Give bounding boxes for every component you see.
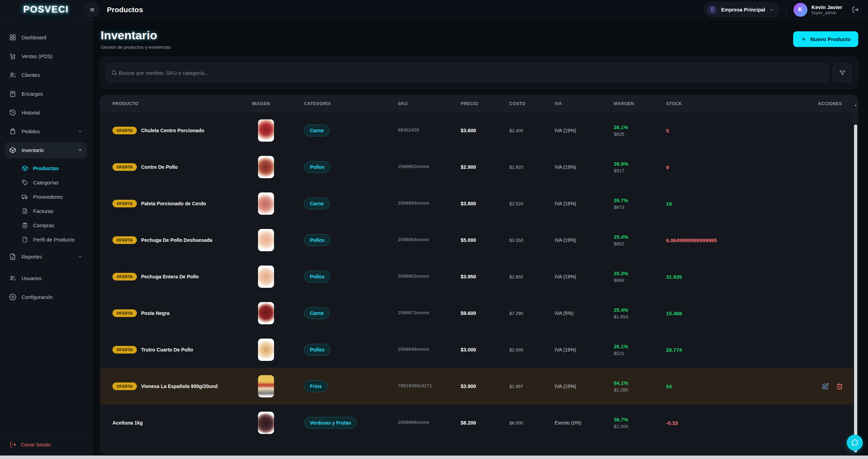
margin-percent: 25.4% [614, 234, 666, 240]
sidebar-subitem-productos[interactable]: Productos [17, 161, 87, 175]
page-header: Inventario Gestión de productos y existe… [101, 29, 858, 50]
topbar: Productos Empresa Principal K Kevin Javi… [92, 0, 868, 19]
main-area: Productos Empresa Principal K Kevin Javi… [92, 0, 868, 456]
table-row[interactable]: OFERTAVienesa La Española 900g/20und Fri… [100, 368, 858, 404]
stock-value: 19 [666, 201, 805, 207]
edit-product-button[interactable] [822, 383, 829, 390]
chat-bubble-icon [851, 439, 859, 446]
filter-button[interactable] [833, 63, 852, 82]
oferta-badge: OFERTA [112, 127, 137, 134]
product-image [258, 266, 274, 288]
delete-product-button[interactable] [836, 383, 843, 390]
sidebar-subitem-categorias[interactable]: Categorías [17, 176, 87, 189]
row-actions [805, 383, 851, 390]
product-price: $3.900 [461, 383, 509, 389]
sidebar-item-reportes[interactable]: Reportes [5, 248, 87, 265]
logo-area: POSVECI [0, 0, 92, 19]
sidebar-item-configuracion[interactable]: Configuración [5, 289, 87, 305]
table-row[interactable]: OFERTATrutro Cuarto De Pollo Pollos 2500… [100, 331, 858, 368]
avatar: K [793, 3, 807, 17]
margin-value: $625 [614, 132, 666, 137]
table-row[interactable]: Aceituna 1kg Verduras y Frutas 2500008nn… [100, 404, 858, 441]
sidebar-item-clientes[interactable]: Clientes [5, 67, 87, 83]
user-name: Kevin Javier [812, 4, 842, 10]
logout-button[interactable]: Cerrar Sesión [10, 441, 82, 448]
column-header-imagen: IMAGEN [252, 101, 304, 106]
sidebar-item-label: Clientes [22, 72, 40, 78]
margin-percent: 26.9% [614, 161, 666, 167]
product-image [258, 375, 274, 397]
table-row[interactable]: OFERTAPaleta Porcionado de Cerdo Carne 2… [100, 185, 858, 222]
table-row[interactable]: OFERTAPechuga De Pollo Deshuesada Pollos… [100, 222, 858, 258]
company-selector[interactable]: Empresa Principal [705, 2, 779, 17]
sidebar-subitem-facturas[interactable]: Facturas [17, 204, 87, 218]
category-badge: Carne [304, 198, 330, 209]
sidebar-item-label: Inventario [22, 148, 44, 153]
product-name: Paleta Porcionado de Cerdo [141, 201, 206, 206]
oferta-badge: OFERTA [112, 236, 137, 244]
table-row[interactable]: OFERTAChuleta Centro Porcionado Carne 68… [100, 112, 858, 149]
new-product-button[interactable]: Nuevo Producto [793, 31, 858, 47]
product-price: $3.800 [461, 201, 509, 206]
table-row[interactable]: OFERTAContre De Pollo Pollos 2500062nnnn… [100, 149, 858, 185]
sidebar-subitem-perfil-de-producto[interactable]: Perfil de Producto [17, 233, 87, 246]
chevron-down-icon [769, 7, 774, 12]
sidebar-item-label: Configuración [22, 294, 53, 300]
package-icon [9, 147, 16, 154]
table-row[interactable]: OFERTAPosta Negra Carne 2500073nnnnn $9.… [100, 295, 858, 331]
margin-value: $2.200 [614, 424, 666, 429]
header-logout-button[interactable] [852, 6, 859, 13]
scrollbar-thumb[interactable] [854, 125, 857, 452]
product-image [258, 156, 274, 178]
table-row[interactable]: OFERTAPechuga Entera De Pollo Pollos 250… [100, 258, 858, 295]
scrollbar-up-arrow-icon[interactable]: ▲ [853, 104, 858, 107]
stock-value: 9 [666, 164, 805, 170]
sidebar-item-ventas[interactable]: Ventas (POS) [5, 48, 87, 64]
user-menu[interactable]: K Kevin Javier Super_admin [793, 3, 842, 17]
product-price: $9.600 [461, 310, 509, 316]
sidebar-item-encargos[interactable]: Encargos [5, 86, 87, 102]
plus-icon [801, 36, 807, 42]
search-input[interactable] [107, 63, 828, 82]
chat-button[interactable] [847, 435, 863, 451]
sidebar-item-inventario[interactable]: Inventario [5, 142, 87, 158]
trash-icon [836, 383, 843, 390]
product-price: $5.000 [461, 237, 509, 243]
product-image [258, 302, 274, 324]
product-iva: IVA (19%) [555, 128, 614, 133]
stock-value: 15.468 [666, 310, 805, 316]
sidebar-item-pedidos[interactable]: Pedidos [5, 123, 87, 140]
logout-icon [10, 441, 16, 448]
product-cost: $2.000 [509, 347, 555, 353]
sidebar-item-historial[interactable]: Historial [5, 104, 87, 121]
margin-percent: 26.1% [614, 344, 666, 349]
oferta-badge: OFERTA [112, 163, 137, 171]
column-header-sku: SKU [398, 101, 461, 106]
user-info: Kevin Javier Super_admin [812, 4, 842, 15]
sidebar-subitem-proveedores[interactable]: Proveedores [17, 190, 87, 204]
sidebar-subitem-label: Facturas [33, 208, 53, 214]
table-scrollbar[interactable]: ▲ [853, 95, 858, 454]
column-header-acciones: ACCIONES [805, 101, 851, 106]
sidebar-toggle-button[interactable] [85, 2, 100, 17]
product-sku: 7801930014272 [398, 384, 461, 389]
oferta-badge: OFERTA [112, 309, 137, 317]
product-iva: IVA (19%) [555, 201, 614, 206]
user-role: Super_admin [812, 10, 842, 15]
sidebar: POSVECI Dashboard Ventas (POS) Clientes … [0, 0, 92, 456]
oferta-badge: OFERTA [112, 346, 137, 354]
sidebar-subitem-compras[interactable]: Compras [17, 219, 87, 232]
product-iva: IVA (5%) [555, 310, 614, 316]
product-cost: $1.997 [509, 384, 555, 389]
sidebar-item-dashboard[interactable]: Dashboard [5, 29, 87, 46]
product-iva: IVA (19%) [555, 237, 614, 243]
margin-percent: 25.4% [614, 307, 666, 313]
file-icon [22, 236, 28, 243]
column-header-stock: STOCK [666, 101, 805, 106]
oferta-badge: OFERTA [112, 382, 137, 390]
sidebar-item-usuarios[interactable]: Usuarios [5, 270, 87, 286]
product-iva: IVA (19%) [555, 164, 614, 170]
sidebar-subitem-label: Productos [33, 165, 59, 171]
column-header-iva: IVA [555, 101, 614, 106]
column-header-precio: PRECIO [461, 101, 509, 106]
